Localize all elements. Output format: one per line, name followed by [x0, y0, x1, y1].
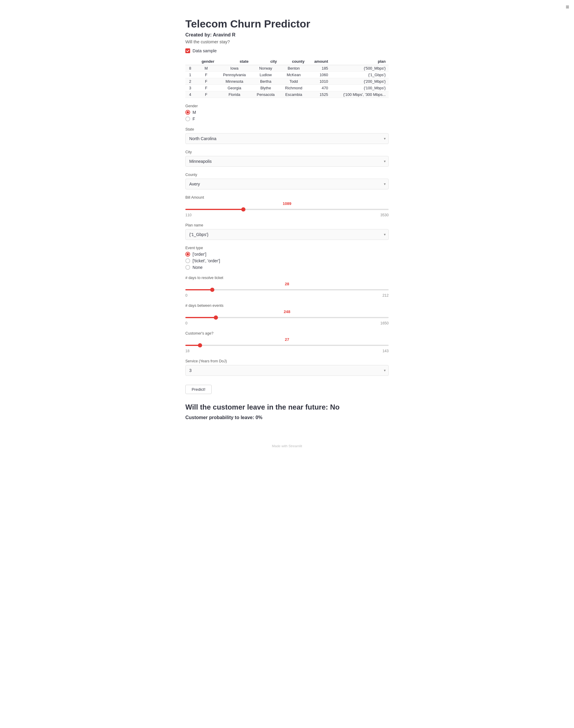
- created-by: Created by: Aravind R: [186, 32, 388, 38]
- gender-option-m[interactable]: M: [186, 110, 388, 115]
- table-cell: Pennsylvania: [217, 72, 251, 78]
- event-type-ticket-order-label: ['ticket', 'order']: [193, 259, 220, 263]
- bill-amount-value: 1089: [186, 201, 388, 206]
- table-cell: 185: [308, 65, 331, 72]
- county-select[interactable]: AveryBentonMcKeanToddRichmondEscambia: [186, 179, 388, 189]
- table-header: county: [280, 58, 307, 65]
- plan-select[interactable]: {'1_Gbps'}{'500_Mbps'}{'200_Mbps'}{'100_…: [186, 229, 388, 240]
- state-select[interactable]: North CarolinaCaliforniaTexasFloridaGeor…: [186, 133, 388, 144]
- table-cell: Todd: [280, 78, 307, 85]
- table-cell: 1525: [308, 91, 331, 98]
- customer-age-track: [186, 345, 388, 346]
- city-select-wrapper: MinneapolisNorwayLudlowBerthaBlythePensa…: [186, 156, 388, 167]
- gender-radio-m[interactable]: [186, 110, 190, 115]
- gender-radio-f[interactable]: [186, 117, 190, 121]
- event-type-radio-group: ['order'] ['ticket', 'order'] None: [186, 252, 388, 270]
- bill-amount-fill: [186, 209, 243, 210]
- days-resolve-max: 212: [382, 293, 388, 298]
- table-cell: M: [195, 65, 217, 72]
- days-between-max: 1650: [380, 321, 388, 325]
- service-years-select[interactable]: 12345678910: [186, 365, 388, 376]
- table-cell: 4: [186, 91, 195, 98]
- table-cell: Norway: [251, 65, 280, 72]
- hamburger-icon[interactable]: ≡: [566, 4, 569, 10]
- table-cell: 8: [186, 65, 195, 72]
- customer-age-slider-wrapper: [186, 343, 388, 348]
- days-between-section: # days between events 248 0 1650: [186, 304, 388, 325]
- days-between-min: 0: [186, 321, 188, 325]
- gender-label: Gender: [186, 104, 388, 108]
- table-cell: {'100_Mbps'}: [331, 85, 388, 91]
- days-resolve-range: 0 212: [186, 293, 388, 298]
- table-cell: Minnesota: [217, 78, 251, 85]
- table-header: city: [251, 58, 280, 65]
- table-cell: F: [195, 91, 217, 98]
- bill-amount-max: 3530: [380, 213, 388, 217]
- predict-button[interactable]: Predict!: [186, 385, 212, 394]
- table-cell: Escambia: [280, 91, 307, 98]
- data-sample-checkbox[interactable]: [186, 48, 190, 53]
- gender-section: Gender M F: [186, 104, 388, 121]
- city-section: City MinneapolisNorwayLudlowBerthaBlythe…: [186, 150, 388, 167]
- city-select[interactable]: MinneapolisNorwayLudlowBerthaBlythePensa…: [186, 156, 388, 167]
- plan-label: Plan name: [186, 223, 388, 227]
- table-cell: F: [195, 78, 217, 85]
- bill-amount-track: [186, 209, 388, 210]
- event-type-order-label: ['order']: [193, 252, 206, 257]
- table-cell: {'200_Mbps'}: [331, 78, 388, 85]
- bill-amount-thumb[interactable]: [241, 207, 245, 212]
- table-cell: 1: [186, 72, 195, 78]
- table-row: 1FPennsylvaniaLudlowMcKean1060{'1_Gbps'}: [186, 72, 388, 78]
- table-cell: {'500_Mbps'}: [331, 65, 388, 72]
- service-years-section: Service (Years from DoJ) 12345678910 ▾: [186, 359, 388, 376]
- table-cell: Richmond: [280, 85, 307, 91]
- table-cell: 470: [308, 85, 331, 91]
- event-type-section: Event type ['order'] ['ticket', 'order']…: [186, 246, 388, 270]
- bill-amount-range: 110 3530: [186, 213, 388, 217]
- customer-age-range: 18 143: [186, 349, 388, 353]
- event-type-radio-ticket-order[interactable]: [186, 259, 190, 263]
- table-header: plan: [331, 58, 388, 65]
- table-cell: 1060: [308, 72, 331, 78]
- table-cell: 2: [186, 78, 195, 85]
- days-resolve-section: # days to resolve ticket 28 0 212: [186, 276, 388, 298]
- days-resolve-slider-wrapper: [186, 287, 388, 293]
- county-select-wrapper: AveryBentonMcKeanToddRichmondEscambia ▾: [186, 179, 388, 189]
- event-type-option-none[interactable]: None: [186, 265, 388, 270]
- result-prob-label: Customer probability to leave: 0%: [186, 415, 388, 420]
- result-leave-label: Will the customer leave in the near futu…: [186, 403, 388, 411]
- table-header: gender: [195, 58, 217, 65]
- table-cell: 3: [186, 85, 195, 91]
- table-cell: F: [195, 85, 217, 91]
- days-resolve-label: # days to resolve ticket: [186, 276, 388, 280]
- table-cell: McKean: [280, 72, 307, 78]
- table-cell: F: [195, 72, 217, 78]
- event-type-option-order[interactable]: ['order']: [186, 252, 388, 257]
- event-type-option-ticket-order[interactable]: ['ticket', 'order']: [186, 259, 388, 263]
- bill-amount-section: Bill Amount 1089 110 3530: [186, 195, 388, 217]
- event-type-label: Event type: [186, 246, 388, 250]
- customer-age-value: 27: [186, 337, 388, 342]
- table-cell: Benton: [280, 65, 307, 72]
- footer: Made with Streamlit: [186, 444, 388, 448]
- gender-option-f[interactable]: F: [186, 117, 388, 121]
- table-cell: Iowa: [217, 65, 251, 72]
- table-row: 2FMinnesotaBerthaTodd1010{'200_Mbps'}: [186, 78, 388, 85]
- table-cell: {'100 Mbps', '300 Mbps...: [331, 91, 388, 98]
- customer-age-thumb[interactable]: [198, 343, 202, 348]
- gender-m-label: M: [193, 110, 196, 115]
- table-cell: Florida: [217, 91, 251, 98]
- days-between-fill: [186, 317, 216, 318]
- days-resolve-track: [186, 289, 388, 290]
- customer-age-max: 143: [382, 349, 388, 353]
- service-years-select-wrapper: 12345678910 ▾: [186, 365, 388, 376]
- plan-section: Plan name {'1_Gbps'}{'500_Mbps'}{'200_Mb…: [186, 223, 388, 240]
- days-between-thumb[interactable]: [214, 315, 218, 320]
- table-cell: Ludlow: [251, 72, 280, 78]
- customer-age-section: Customer's age? 27 18 143: [186, 331, 388, 353]
- event-type-radio-order[interactable]: [186, 252, 190, 257]
- event-type-radio-none[interactable]: [186, 265, 190, 270]
- data-sample-table: genderstatecitycountyamountplan 8MIowaNo…: [186, 58, 388, 98]
- table-row: 8MIowaNorwayBenton185{'500_Mbps'}: [186, 65, 388, 72]
- days-resolve-thumb[interactable]: [210, 288, 214, 292]
